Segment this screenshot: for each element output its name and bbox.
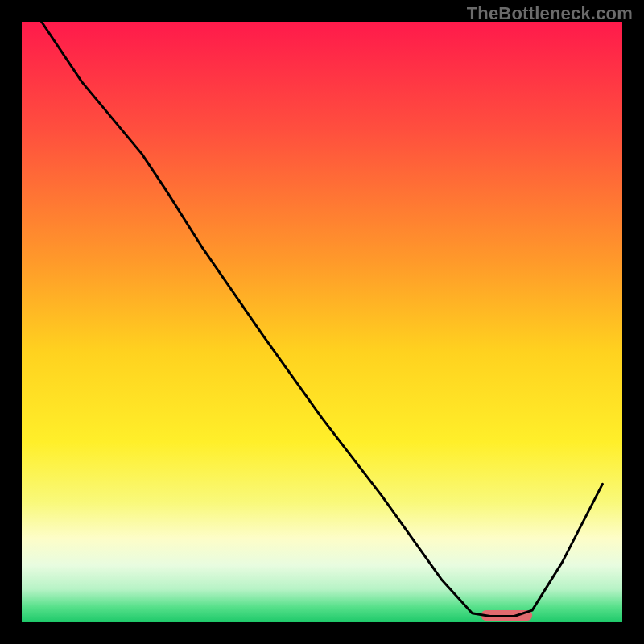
plot-background [22, 22, 622, 622]
bottleneck-chart [0, 0, 644, 644]
watermark-text: TheBottleneck.com [467, 3, 633, 24]
chart-container: TheBottleneck.com [0, 0, 644, 644]
